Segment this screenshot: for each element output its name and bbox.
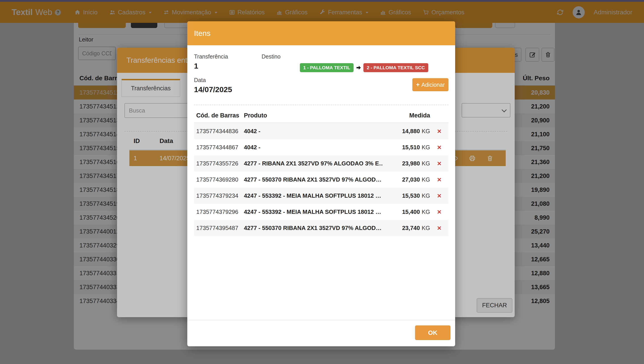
medida-cell: 15,530KG: [383, 192, 430, 199]
unit-label: KG: [422, 209, 430, 215]
medida-cell: 14,880KG: [383, 128, 430, 135]
col-medida: Medida: [409, 112, 430, 119]
destination-badge: 2 - PALLOMA TEXTIL SCC: [364, 63, 428, 72]
medida-cell: 23,980KG: [383, 160, 430, 167]
barcode-cell: 1735774379296: [194, 209, 244, 215]
item-row: 1735774344836 4042 - 14,880KG ×: [194, 123, 448, 139]
itens-modal-header: Itens: [187, 21, 455, 45]
adicionar-button[interactable]: + Adicionar: [412, 78, 448, 91]
divider: [187, 320, 455, 320]
medida-cell: 23,740KG: [383, 225, 430, 232]
barcode-cell: 1735774395487: [194, 225, 244, 232]
item-row: 1735774379296 4247 - 553392 - MEIA MALHA…: [194, 204, 448, 220]
plus-icon: +: [416, 81, 420, 88]
remove-item-icon[interactable]: ×: [430, 224, 448, 232]
unit-label: KG: [422, 160, 430, 167]
remove-item-icon[interactable]: ×: [430, 175, 448, 184]
produto-cell: 4247 - 553392 - MEIA MALHA SOFTPLUS 1801…: [244, 192, 383, 199]
itens-table-header: Cód. de Barras Produto Medida: [194, 112, 448, 122]
itens-modal: Itens Transferência 1 Destino 1 - PALLOM…: [187, 21, 455, 346]
col-produto: Produto: [244, 112, 267, 119]
barcode-cell: 1735774379234: [194, 192, 244, 199]
medida-cell: 15,400KG: [383, 209, 430, 215]
itens-modal-title: Itens: [194, 29, 210, 38]
data-value: 14/07/2025: [194, 85, 232, 94]
item-row: 1735774369280 4277 - 550370 RIBANA 2X1 3…: [194, 171, 448, 188]
origin-badge: 1 - PALLOMA TEXTIL: [300, 63, 354, 72]
data-label: Data: [194, 77, 206, 83]
arrow-right-icon: [355, 65, 362, 71]
medida-cell: 15,510KG: [383, 144, 430, 151]
ok-button[interactable]: OK: [415, 325, 450, 340]
produto-cell: 4277 - 550370 RIBANA 2X1 3527VD 97% ALGO…: [244, 176, 383, 183]
unit-label: KG: [422, 176, 430, 183]
adicionar-label: Adicionar: [421, 82, 444, 88]
barcode-cell: 1735774344867: [194, 144, 244, 151]
destino-badges: 1 - PALLOMA TEXTIL 2 - PALLOMA TEXTIL SC…: [300, 63, 428, 72]
itens-table: 1735774344836 4042 - 14,880KG × 17357743…: [194, 123, 448, 236]
transferencia-value: 1: [194, 62, 198, 70]
remove-item-icon[interactable]: ×: [430, 192, 448, 200]
produto-cell: 4042 -: [244, 128, 383, 135]
remove-item-icon[interactable]: ×: [430, 159, 448, 168]
divider: [194, 105, 448, 105]
barcode-cell: 1735774369280: [194, 176, 244, 183]
item-row: 1735774355726 4277 - RIBANA 2X1 3527VD 9…: [194, 155, 448, 171]
col-barcode: Cód. de Barras: [196, 112, 239, 119]
item-row: 1735774344867 4042 - 15,510KG ×: [194, 139, 448, 155]
item-row: 1735774395487 4277 - 550370 RIBANA 2X1 3…: [194, 220, 448, 236]
unit-label: KG: [422, 144, 430, 151]
medida-cell: 27,030KG: [383, 176, 430, 183]
remove-item-icon[interactable]: ×: [430, 143, 448, 151]
destino-label: Destino: [262, 53, 280, 60]
unit-label: KG: [422, 192, 430, 199]
transferencia-label: Transferência: [194, 53, 228, 60]
produto-cell: 4277 - 550370 RIBANA 2X1 3527VD 97% ALGO…: [244, 225, 383, 232]
unit-label: KG: [422, 225, 430, 231]
barcode-cell: 1735774355726: [194, 160, 244, 167]
remove-item-icon[interactable]: ×: [430, 127, 448, 135]
item-row: 1735774379234 4247 - 553392 - MEIA MALHA…: [194, 188, 448, 204]
produto-cell: 4247 - 553392 - MEIA MALHA SOFTPLUS 1801…: [244, 209, 383, 215]
unit-label: KG: [422, 128, 430, 134]
app-root: TextilWeb ? Início Cadastros Movimentaçã…: [0, 0, 644, 364]
produto-cell: 4277 - RIBANA 2X1 3527VD 97% ALGODAO 3% …: [244, 160, 383, 167]
remove-item-icon[interactable]: ×: [430, 208, 448, 216]
barcode-cell: 1735774344836: [194, 128, 244, 135]
produto-cell: 4042 -: [244, 144, 383, 151]
